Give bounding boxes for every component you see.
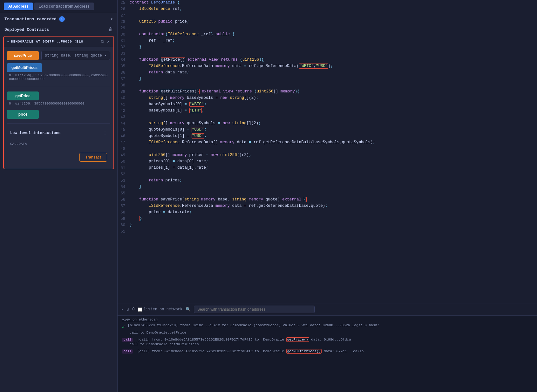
code-line: 52 xyxy=(118,172,537,178)
get-multi-prices-button[interactable]: getMultiPrices xyxy=(7,63,42,72)
param-dropdown[interactable]: string base, string quote ▾ xyxy=(41,51,110,60)
code-line: 51 prices[1] = data[1].rate; xyxy=(118,165,537,172)
code-line: 38 xyxy=(118,83,537,89)
tx-text-1: [block:438228 txIndex:0] from: 0x10e...d… xyxy=(128,323,533,327)
save-price-button[interactable]: savePrice xyxy=(7,51,39,60)
code-line: 40 string[] memory baseSymbols = new str… xyxy=(118,95,537,102)
tab-row: At Address Load contract from Address xyxy=(0,0,117,13)
get-multi-prices-section: getMultiPrices 0: uint256[]: 39567000000… xyxy=(7,63,110,82)
right-panel: 25 contract DemoOracle { 26 IStdReferenc… xyxy=(118,0,537,392)
contract-chevron[interactable]: ▾ xyxy=(7,40,9,44)
search-input[interactable] xyxy=(197,307,311,312)
deployed-contracts-row: Deployed Contracts 🗑 xyxy=(0,25,117,34)
listen-checkbox[interactable]: listen on network xyxy=(138,307,182,312)
code-line: 45 quoteSymbols[0] = "USD"; xyxy=(118,127,537,133)
code-line: 27 xyxy=(118,13,537,19)
code-line: 53 return prices; xyxy=(118,178,537,184)
tx2-highlight: getPrice() xyxy=(286,337,309,342)
search-bar[interactable] xyxy=(194,306,315,313)
transactions-chevron: ▾ xyxy=(110,17,113,22)
code-line: 59 } xyxy=(118,216,537,222)
code-line: 33 xyxy=(118,51,537,57)
code-line: 57 IStdReference.ReferenceData memory da… xyxy=(118,203,537,210)
price-button[interactable]: price xyxy=(7,110,39,119)
code-line: 31 ref = _ref; xyxy=(118,38,537,44)
code-editor: 25 contract DemoOracle { 26 IStdReferenc… xyxy=(118,0,537,303)
transact-row: Transact xyxy=(7,152,110,165)
tx-sub-2: call to DemoOracle.getMultiPrices xyxy=(122,342,533,346)
code-line: 61 xyxy=(118,229,537,235)
tx-entry-3: call [call] from: 0x10e8ddeCA8185573e592… xyxy=(122,349,533,354)
get-price-result: 0: uint256: 395670000000000000000000 xyxy=(7,100,110,107)
low-level-title: Low level interactions xyxy=(10,131,60,135)
trash-icon[interactable]: 🗑 xyxy=(108,27,113,32)
etherscan-link[interactable]: view on etherscan xyxy=(122,318,533,321)
transact-button[interactable]: Transact xyxy=(79,153,107,162)
more-icon[interactable]: ⋮ xyxy=(103,131,107,136)
divider1 xyxy=(7,87,110,87)
transactions-row[interactable]: Transactions recorded 1 ▾ xyxy=(0,13,117,25)
tx3-highlight: getMultiPrices() xyxy=(286,349,322,354)
code-line: 34 function getPrice() external view ret… xyxy=(118,57,537,64)
code-line: 26 IStdReference ref; xyxy=(118,6,537,13)
code-line: 43 xyxy=(118,114,537,121)
tx-call-label-2: call xyxy=(122,338,133,342)
code-line: 60 } xyxy=(118,222,537,229)
get-multi-prices-result: 0: uint256[]: 395670000000000000000000,2… xyxy=(7,72,110,82)
listen-label: listen on network xyxy=(144,307,182,312)
transactions-text: Transactions recorded xyxy=(4,17,57,22)
console-count: 0 xyxy=(132,307,134,312)
listen-checkbox-input[interactable] xyxy=(138,308,142,312)
close-icon[interactable]: ✕ xyxy=(106,39,110,44)
tab-load-contract[interactable]: Load contract from Address xyxy=(34,3,94,10)
code-line: 58 price = data.rate; xyxy=(118,210,537,216)
tx-entry-1: ✓ [block:438228 txIndex:0] from: 0x10e..… xyxy=(122,323,533,335)
code-line: 48 xyxy=(118,146,537,152)
search-icon: 🔍 xyxy=(186,307,191,312)
code-line: 42 baseSymbols[1] = "ETH"; xyxy=(118,108,537,114)
copy-icon[interactable]: ⧉ xyxy=(100,39,105,44)
contract-box: ▾ DEMOORACLE AT 0X47F...F8080 (BLO ⧉ ✕ s… xyxy=(3,36,114,169)
bottom-console: ▸ ↺ 0 listen on network 🔍 view on ethers… xyxy=(118,303,537,392)
code-line: 44 string[] memory quoteSymbols = new st… xyxy=(118,121,537,127)
get-price-section: getPrice 0: uint256: 3956700000000000000… xyxy=(7,91,110,107)
tx-check-icon: ✓ xyxy=(122,324,125,330)
tx-main-1: ✓ [block:438228 txIndex:0] from: 0x10e..… xyxy=(122,323,533,330)
left-panel: At Address Load contract from Address Tr… xyxy=(0,0,118,392)
tx-text-2: [call] from: 0x10e8ddeCA8185573e59262E82… xyxy=(137,338,533,341)
code-line: 29 xyxy=(118,25,537,32)
contract-title: DEMOORACLE AT 0X47F...F8080 (BLO xyxy=(11,40,99,44)
code-line: 30 constructor(IStdReference _ref) publi… xyxy=(118,32,537,38)
code-line: 50 prices[0] = data[0].rate; xyxy=(118,159,537,165)
dropdown-chevron: ▾ xyxy=(105,53,107,58)
tx-entry-2: call [call] from: 0x10e8ddeCA8185573e592… xyxy=(122,338,533,346)
code-line: 32 } xyxy=(118,44,537,51)
code-line: 36 return data.rate; xyxy=(118,70,537,76)
divider2 xyxy=(7,123,110,124)
console-chevron: ▸ xyxy=(121,308,124,312)
console-body: view on etherscan ✓ [block:438228 txInde… xyxy=(118,316,537,392)
code-line: 56 function savePrice(string memory base… xyxy=(118,197,537,203)
contract-body: savePrice string base, string quote ▾ ge… xyxy=(4,47,113,169)
code-line: 37 } xyxy=(118,76,537,83)
tx-sub-1: call to DemoOracle.getPrice xyxy=(122,331,533,335)
console-toolbar: ▸ ↺ 0 listen on network 🔍 xyxy=(118,303,537,316)
contract-header: ▾ DEMOORACLE AT 0X47F...F8080 (BLO ⧉ ✕ xyxy=(4,37,113,47)
price-section: price xyxy=(7,110,110,119)
save-price-row: savePrice string base, string quote ▾ xyxy=(7,51,110,60)
get-price-button[interactable]: getPrice xyxy=(7,91,39,100)
param-text: string base, string quote xyxy=(45,53,102,58)
code-line: 25 contract DemoOracle { xyxy=(118,0,537,6)
console-back-icon[interactable]: ↺ xyxy=(127,307,129,312)
code-line: 49 uint256[] memory prices = new uint256… xyxy=(118,152,537,159)
transactions-label: Transactions recorded 1 xyxy=(4,16,65,22)
tx-text-3: [call] from: 0x10e8ddeCA8185573e59262E82… xyxy=(137,349,533,353)
tab-at-address[interactable]: At Address xyxy=(4,3,33,10)
deployed-contracts-label: Deployed Contracts xyxy=(4,27,49,32)
transactions-badge: 1 xyxy=(59,16,65,22)
code-line: 39 function getMultiPrices() external vi… xyxy=(118,89,537,95)
code-line: 55 xyxy=(118,191,537,197)
code-line: 35 IStdReference.ReferenceData memory da… xyxy=(118,64,537,70)
tx-main-3: call [call] from: 0x10e8ddeCA8185573e592… xyxy=(122,349,533,354)
low-level-header: Low level interactions ⋮ xyxy=(7,128,110,138)
